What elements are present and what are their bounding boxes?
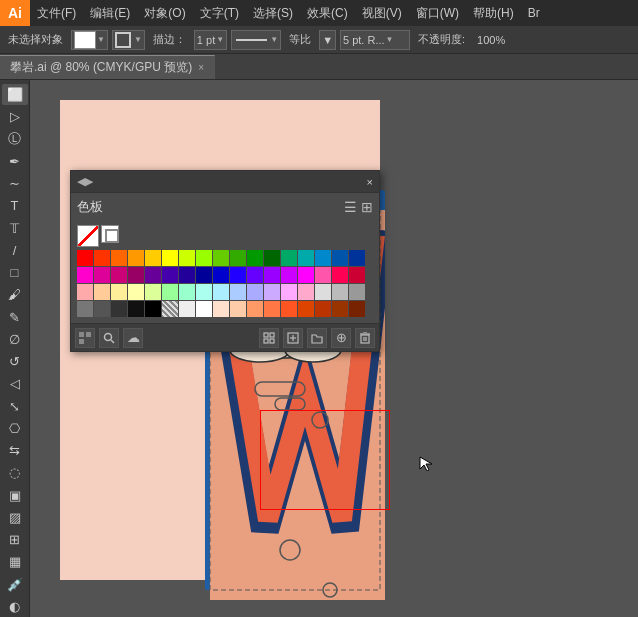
tool-direct-select[interactable]: ▷ [2, 106, 28, 127]
swatch-cell[interactable] [128, 267, 144, 283]
menu-file[interactable]: 文件(F) [30, 0, 83, 26]
swatch-cell[interactable] [213, 284, 229, 300]
swatch-cell[interactable] [179, 284, 195, 300]
swatch-cell[interactable] [145, 301, 161, 317]
folder-button[interactable] [307, 328, 327, 348]
tool-pencil[interactable]: ✎ [2, 307, 28, 328]
swatch-cell[interactable] [128, 301, 144, 317]
swatch-cell[interactable] [315, 301, 331, 317]
swatch-cell[interactable] [230, 250, 246, 266]
swatch-cell[interactable] [145, 284, 161, 300]
none-swatch[interactable] [77, 225, 99, 247]
swatch-cell[interactable] [94, 250, 110, 266]
swatch-cell[interactable] [298, 284, 314, 300]
panel-collapse-arrows[interactable]: ◀▶ [77, 175, 93, 188]
swatch-cell[interactable] [281, 250, 297, 266]
tool-paintbrush[interactable]: 🖌 [2, 284, 28, 305]
swatch-cell[interactable] [128, 250, 144, 266]
swatch-cell[interactable] [349, 284, 365, 300]
tool-pen[interactable]: ✒ [2, 151, 28, 172]
swatch-options-button[interactable] [259, 328, 279, 348]
swatch-cell[interactable] [179, 267, 195, 283]
swatch-cell[interactable] [179, 301, 195, 317]
swatch-cell[interactable] [162, 267, 178, 283]
tool-type[interactable]: T [2, 195, 28, 216]
panel-close-button[interactable]: × [367, 176, 373, 188]
tool-mirror[interactable]: ◁ [2, 373, 28, 394]
list-view-icon[interactable]: ☰ [344, 199, 357, 215]
swatch-cell[interactable] [94, 301, 110, 317]
tool-free-transform[interactable]: ▣ [2, 485, 28, 506]
tool-shaper[interactable]: ⎔ [2, 418, 28, 439]
swatch-cell[interactable] [213, 301, 229, 317]
menu-help[interactable]: 帮助(H) [466, 0, 521, 26]
tool-line[interactable]: / [2, 240, 28, 261]
swatch-cell[interactable] [349, 267, 365, 283]
swatch-cell[interactable] [196, 250, 212, 266]
swatch-cell[interactable] [247, 284, 263, 300]
swatch-cell[interactable] [281, 267, 297, 283]
swatch-cell[interactable] [77, 250, 93, 266]
swatch-cell[interactable] [264, 250, 280, 266]
swatch-cell[interactable] [298, 301, 314, 317]
tab-close-button[interactable]: × [198, 62, 204, 73]
tool-gradient[interactable]: ▦ [2, 551, 28, 572]
swatch-cell[interactable] [111, 267, 127, 283]
swatch-cell[interactable] [349, 301, 365, 317]
stroke-type-dropdown[interactable]: ▼ [231, 30, 281, 50]
menu-effect[interactable]: 效果(C) [300, 0, 355, 26]
menu-select[interactable]: 选择(S) [246, 0, 300, 26]
swatch-libraries-button[interactable] [75, 328, 95, 348]
swatch-cell[interactable] [94, 267, 110, 283]
swatch-cell[interactable] [230, 301, 246, 317]
swatch-cell[interactable] [298, 250, 314, 266]
new-swatch-button[interactable] [283, 328, 303, 348]
swatch-cell[interactable] [94, 284, 110, 300]
tool-touch-type[interactable]: 𝕋 [2, 218, 28, 239]
swatch-cell[interactable] [315, 267, 331, 283]
swatch-cell[interactable] [162, 284, 178, 300]
menu-edit[interactable]: 编辑(E) [83, 0, 137, 26]
swatch-cell[interactable] [196, 301, 212, 317]
swatch-cell[interactable] [332, 250, 348, 266]
swatch-cell[interactable] [332, 301, 348, 317]
tool-rotate[interactable]: ↺ [2, 351, 28, 372]
swatch-cell[interactable] [349, 250, 365, 266]
swatch-cell[interactable] [196, 284, 212, 300]
swatch-cell[interactable] [77, 267, 93, 283]
document-tab[interactable]: 攀岩.ai @ 80% (CMYK/GPU 预览) × [0, 55, 215, 79]
swatch-cell[interactable] [111, 284, 127, 300]
swatch-cell[interactable] [111, 250, 127, 266]
swatch-cell[interactable] [145, 267, 161, 283]
swatch-cell[interactable] [281, 301, 297, 317]
swatch-cell[interactable] [315, 284, 331, 300]
tool-lasso[interactable]: Ⓛ [2, 129, 28, 150]
swatch-cell[interactable] [111, 301, 127, 317]
tool-width[interactable]: ⇆ [2, 440, 28, 461]
tool-mesh[interactable]: ⊞ [2, 529, 28, 550]
white-swatch-stack[interactable] [101, 225, 123, 247]
swatch-cell[interactable] [77, 284, 93, 300]
stroke-size-dropdown[interactable]: 1 pt ▼ [194, 30, 227, 50]
swatch-cell[interactable] [264, 267, 280, 283]
grid-view-icon[interactable]: ⊞ [361, 199, 373, 215]
pattern-swatch[interactable] [162, 301, 178, 317]
tool-perspective[interactable]: ▨ [2, 507, 28, 528]
menu-type[interactable]: 文字(T) [193, 0, 246, 26]
fill-color-dropdown[interactable]: ▼ [71, 30, 108, 50]
swatch-cell[interactable] [332, 284, 348, 300]
menu-view[interactable]: 视图(V) [355, 0, 409, 26]
swatch-cell[interactable] [264, 301, 280, 317]
tool-rect[interactable]: □ [2, 262, 28, 283]
menu-bridge[interactable]: Br [521, 0, 547, 26]
tool-curvature[interactable]: ∼ [2, 173, 28, 194]
tool-eyedropper[interactable]: 💉 [2, 574, 28, 595]
swatch-cell[interactable] [247, 250, 263, 266]
brush-dropdown[interactable]: 5 pt. R... ▼ [340, 30, 410, 50]
menu-window[interactable]: 窗口(W) [409, 0, 466, 26]
swatch-cell[interactable] [315, 250, 331, 266]
swatch-cell[interactable] [77, 301, 93, 317]
swatch-cell[interactable] [196, 267, 212, 283]
swatch-cell[interactable] [332, 267, 348, 283]
swatch-cell[interactable] [230, 267, 246, 283]
